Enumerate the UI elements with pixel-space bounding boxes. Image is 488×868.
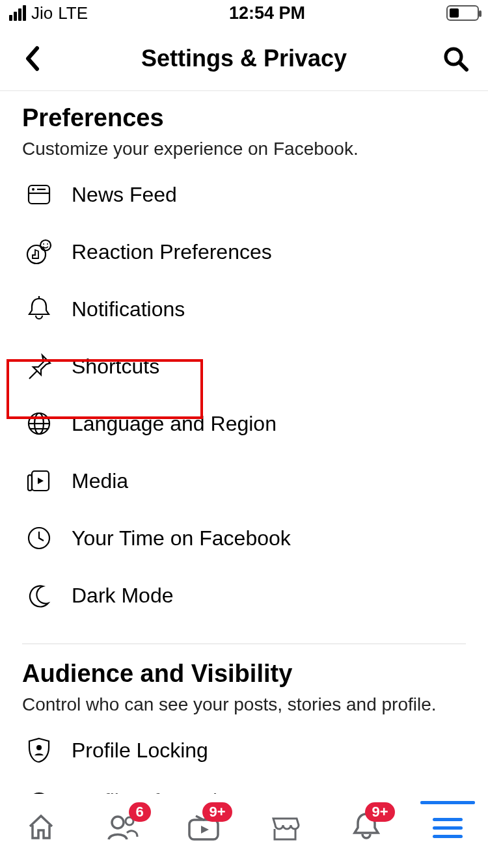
svg-point-22 bbox=[112, 817, 124, 828]
svg-point-7 bbox=[40, 240, 51, 251]
pin-icon bbox=[25, 352, 53, 381]
section-title-audience: Audience and Visibility bbox=[22, 660, 466, 688]
row-news-feed[interactable]: News Feed bbox=[22, 166, 466, 223]
shield-user-icon bbox=[25, 736, 53, 765]
signal-icon bbox=[9, 5, 26, 21]
svg-point-6 bbox=[27, 245, 46, 264]
row-label: Profile Locking bbox=[72, 739, 208, 763]
svg-marker-25 bbox=[201, 826, 209, 834]
row-label: Your Time on Facebook bbox=[72, 526, 291, 550]
tab-home[interactable] bbox=[21, 807, 61, 847]
clock-label: 12:54 PM bbox=[229, 3, 305, 23]
tab-friends[interactable]: 6 bbox=[103, 807, 142, 847]
back-button[interactable] bbox=[18, 46, 47, 72]
tab-marketplace[interactable] bbox=[265, 807, 305, 847]
network-label: LTE bbox=[58, 3, 88, 23]
svg-point-9 bbox=[47, 243, 48, 245]
section-divider bbox=[22, 644, 466, 644]
row-label: Media bbox=[72, 469, 128, 493]
svg-point-21 bbox=[29, 793, 49, 794]
tab-watch[interactable]: 9+ bbox=[184, 807, 223, 847]
media-icon bbox=[25, 467, 53, 495]
feed-icon bbox=[25, 180, 53, 209]
clock-icon bbox=[25, 524, 53, 552]
tab-notifications[interactable]: 9+ bbox=[347, 807, 386, 847]
svg-point-4 bbox=[32, 188, 34, 191]
row-shortcuts[interactable]: Shortcuts bbox=[22, 338, 466, 395]
row-label: Notifications bbox=[72, 297, 185, 321]
row-label: News Feed bbox=[72, 183, 177, 207]
row-your-time[interactable]: Your Time on Facebook bbox=[22, 509, 466, 567]
row-label: Dark Mode bbox=[72, 584, 174, 608]
friends-badge: 6 bbox=[129, 802, 151, 822]
row-profile-information[interactable]: Profile Information bbox=[22, 779, 466, 794]
section-title-preferences: Preferences bbox=[22, 104, 466, 132]
svg-line-1 bbox=[459, 62, 467, 70]
watch-badge: 9+ bbox=[202, 802, 232, 822]
row-label: Language and Region bbox=[72, 412, 277, 436]
notifications-badge: 9+ bbox=[365, 802, 394, 822]
battery-icon bbox=[446, 5, 479, 21]
svg-marker-18 bbox=[38, 478, 44, 484]
menu-icon bbox=[433, 815, 463, 838]
row-language-region[interactable]: Language and Region bbox=[22, 395, 466, 452]
row-label: Profile Information bbox=[72, 789, 241, 794]
row-reaction-preferences[interactable]: Reaction Preferences bbox=[22, 223, 466, 280]
svg-point-20 bbox=[36, 745, 42, 750]
active-tab-indicator bbox=[420, 801, 475, 804]
section-subtitle-audience: Control who can see your posts, stories … bbox=[22, 694, 466, 715]
row-media[interactable]: Media bbox=[22, 452, 466, 509]
tab-menu[interactable] bbox=[428, 807, 467, 847]
row-profile-locking[interactable]: Profile Locking bbox=[22, 722, 466, 779]
svg-rect-2 bbox=[29, 185, 49, 204]
reaction-icon bbox=[25, 237, 53, 266]
bell-icon bbox=[25, 295, 53, 323]
content-area[interactable]: Preferences Customize your experience on… bbox=[0, 91, 488, 794]
row-notifications[interactable]: Notifications bbox=[22, 280, 466, 338]
section-subtitle-preferences: Customize your experience on Facebook. bbox=[22, 139, 466, 159]
profile-info-icon bbox=[25, 789, 53, 794]
page-title: Settings & Privacy bbox=[141, 45, 347, 72]
nav-header: Settings & Privacy bbox=[0, 26, 488, 91]
moon-icon bbox=[25, 581, 53, 610]
svg-rect-17 bbox=[28, 475, 32, 491]
row-dark-mode[interactable]: Dark Mode bbox=[22, 567, 466, 624]
carrier-label: Jio bbox=[31, 3, 53, 23]
row-label: Shortcuts bbox=[72, 355, 159, 379]
status-bar: Jio LTE 12:54 PM bbox=[0, 0, 488, 26]
globe-icon bbox=[25, 409, 53, 438]
svg-point-8 bbox=[43, 243, 44, 245]
search-button[interactable] bbox=[441, 46, 470, 72]
tab-bar: 6 9+ 9+ bbox=[0, 794, 488, 859]
row-label: Reaction Preferences bbox=[72, 240, 272, 264]
